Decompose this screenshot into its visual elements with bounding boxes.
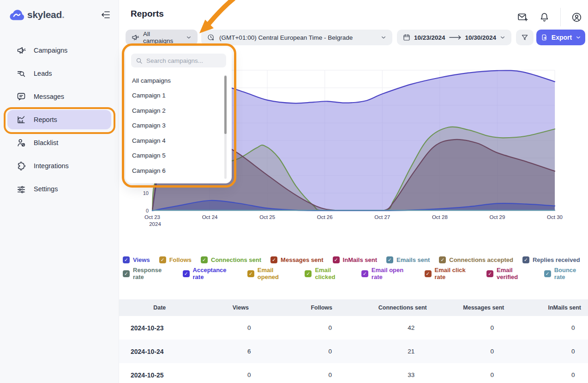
date-end: 10/30/2024 xyxy=(465,34,496,41)
legend-item[interactable]: Email open rate xyxy=(361,267,415,280)
legend-item[interactable]: Email click rate xyxy=(425,267,478,280)
legend-checkbox-checked-icon xyxy=(361,270,368,277)
sidebar-item[interactable]: Leads xyxy=(0,62,119,85)
legend-item[interactable]: InMails sent xyxy=(333,256,377,263)
campaign-option[interactable]: All campaigns xyxy=(132,73,232,88)
legend-row-2: Response rate Acceptance rate Email open… xyxy=(123,267,588,280)
legend-item[interactable]: Email clicked xyxy=(305,267,352,280)
legend-checkbox-checked-icon xyxy=(183,270,190,277)
follows-cell: 0 xyxy=(290,371,371,378)
legend-item-label: Replies received xyxy=(533,256,580,263)
svg-text:Oct 28: Oct 28 xyxy=(432,214,448,220)
chevron-down-icon xyxy=(186,34,192,41)
reports-table: Date Views Follows Connections sent Mess… xyxy=(119,299,588,383)
legend-checkbox-checked-icon xyxy=(247,270,254,277)
sidebar-item[interactable]: Campaigns xyxy=(0,39,119,62)
table-header-cell: Connections sent xyxy=(362,304,444,311)
filter-button[interactable] xyxy=(516,30,534,45)
legend-checkbox-checked-icon xyxy=(305,270,312,277)
legend-item[interactable]: Follows xyxy=(159,256,192,263)
dropdown-scrollbar-thumb[interactable] xyxy=(224,76,227,134)
table-header-cell: Views xyxy=(200,304,282,311)
skylead-app: skylead. Campaigns xyxy=(0,0,588,383)
sidebar-item[interactable]: Messages xyxy=(0,85,119,108)
legend-checkbox-checked-icon xyxy=(123,256,130,263)
campaign-search-input[interactable] xyxy=(146,57,220,64)
sidebar-item-icon xyxy=(16,45,26,55)
calendar-icon xyxy=(402,33,411,42)
legend-item[interactable]: Connections accepted xyxy=(439,256,513,263)
mail-plus-icon[interactable] xyxy=(517,12,528,23)
timezone-selector[interactable]: (GMT+01:00) Central European Time - Belg… xyxy=(201,30,392,45)
campaign-option[interactable]: Campaign 1 xyxy=(132,88,232,103)
campaign-option[interactable]: Campaign 6 xyxy=(132,163,232,178)
legend-checkbox-checked-icon xyxy=(333,256,340,263)
campaign-search[interactable] xyxy=(131,54,226,67)
date-range-picker[interactable]: 10/23/2024 10/30/2024 xyxy=(397,30,511,45)
sidebar-item[interactable]: Settings xyxy=(0,177,119,201)
export-button[interactable]: Export xyxy=(536,30,585,45)
legend-item[interactable]: Replies received xyxy=(522,256,580,263)
skylead-cloud-logo-icon xyxy=(9,9,24,20)
views-cell: 6 xyxy=(209,348,290,355)
legend-item[interactable]: Messages sent xyxy=(270,256,324,263)
legend-item-label: Email verified xyxy=(497,267,535,280)
legend-item-label: Email click rate xyxy=(435,267,478,280)
megaphone-icon xyxy=(131,33,139,42)
legend-item[interactable]: Response rate xyxy=(123,267,174,280)
logo-row: skylead. xyxy=(9,7,111,23)
legend-item[interactable]: Bounce rate xyxy=(544,267,588,280)
campaign-option[interactable]: Campaign 4 xyxy=(132,133,232,148)
legend-item-label: Messages sent xyxy=(281,256,324,263)
account-avatar-icon[interactable] xyxy=(571,12,582,23)
sidebar-item-label: Reports xyxy=(34,116,57,123)
export-button-label: Export xyxy=(552,34,572,41)
campaigns-selector[interactable]: All campaigns xyxy=(126,30,198,45)
timezone-selector-label: (GMT+01:00) Central European Time - Belg… xyxy=(219,34,353,41)
legend-item[interactable]: Connections sent xyxy=(201,256,261,263)
table-header-cell: Follows xyxy=(281,304,362,311)
date-start: 10/23/2024 xyxy=(414,34,445,41)
campaigns-dropdown: All campaigns Campaign 1 Campaign 2 Camp… xyxy=(126,47,232,183)
sidebar-item-icon xyxy=(16,91,26,102)
bell-icon[interactable] xyxy=(539,12,550,23)
views-cell: 0 xyxy=(209,324,290,331)
legend-item-label: Emails sent xyxy=(396,256,430,263)
messages-sent-cell: 0 xyxy=(452,324,533,331)
legend-item[interactable]: Email verified xyxy=(486,267,535,280)
sidebar-collapse-icon[interactable] xyxy=(100,9,111,20)
legend-row-1: Views Follows Connections sent M xyxy=(123,253,588,267)
sidebar-item[interactable]: Reports xyxy=(0,108,119,131)
campaign-option[interactable]: Campaign 2 xyxy=(132,103,232,118)
sidebar-item-icon xyxy=(16,184,26,194)
main-content: Reports All campai xyxy=(119,0,588,383)
sidebar-item-icon xyxy=(16,161,26,171)
export-file-icon xyxy=(540,33,548,42)
legend-item[interactable]: Emails sent xyxy=(386,256,430,263)
legend-item[interactable]: Acceptance rate xyxy=(183,267,238,280)
legend-checkbox-checked-icon xyxy=(159,256,166,263)
chevron-down-icon xyxy=(380,34,387,41)
sidebar-item[interactable]: Integrations xyxy=(0,154,119,177)
sidebar-item-label: Settings xyxy=(34,185,58,193)
legend-checkbox-checked-icon xyxy=(425,270,432,277)
legend-item-label: Email open rate xyxy=(372,267,415,280)
legend-item-label: Bounce rate xyxy=(554,267,588,280)
logo-text: skylead xyxy=(27,9,62,20)
legend-checkbox-checked-icon xyxy=(201,256,208,263)
legend-checkbox-checked-icon xyxy=(270,256,277,263)
svg-text:0: 0 xyxy=(146,208,149,213)
svg-text:2024: 2024 xyxy=(149,221,161,227)
inmails-sent-cell: 0 xyxy=(533,324,588,331)
sidebar-item-icon xyxy=(16,138,26,148)
chevron-down-icon xyxy=(499,34,506,41)
legend-checkbox-checked-icon xyxy=(522,256,529,263)
sidebar-item[interactable]: Blacklist xyxy=(0,131,119,154)
campaign-option[interactable]: Campaign 5 xyxy=(132,148,232,164)
legend-item[interactable]: Email opened xyxy=(247,267,296,280)
campaign-option[interactable]: Campaign 3 xyxy=(132,118,232,134)
legend-item[interactable]: Views xyxy=(123,256,150,263)
table-row: 2024-10-24 6 0 21 0 0 xyxy=(119,340,588,363)
connections-sent-cell: 42 xyxy=(371,324,452,331)
svg-text:Oct 25: Oct 25 xyxy=(259,214,275,220)
